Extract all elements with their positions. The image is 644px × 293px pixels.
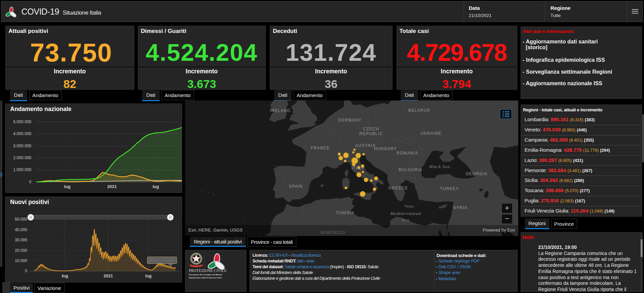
svg-text:UKRAINE: UKRAINE [421, 131, 442, 136]
svg-text:3.000.000: 3.000.000 [13, 144, 32, 148]
svg-text:10.000: 10.000 [15, 258, 27, 263]
svg-text:lug: lug [153, 184, 159, 189]
svg-text:4.000.000: 4.000.000 [13, 131, 32, 136]
svg-text:ITALY: ITALY [351, 166, 364, 170]
svg-text:lug: lug [64, 184, 71, 189]
svg-text:GREECE: GREECE [388, 186, 408, 190]
svg-text:lug: lug [145, 273, 152, 278]
svg-text:0: 0 [25, 269, 27, 273]
svg-text:CZECH: CZECH [363, 127, 379, 131]
svg-text:1.000.000: 1.000.000 [13, 167, 32, 172]
svg-text:TURKEY: TURKEY [440, 186, 459, 191]
svg-text:2021: 2021 [107, 184, 117, 189]
svg-text:BULGARIA: BULGARIA [399, 167, 422, 172]
svg-text:2021: 2021 [103, 273, 113, 278]
svg-text:SYRIA: SYRIA [453, 205, 467, 210]
svg-text:Mediterranean: Mediterranean [390, 211, 421, 216]
svg-text:FRANCE: FRANCE [311, 146, 330, 150]
svg-text:HUNGARY: HUNGARY [374, 146, 397, 151]
svg-text:Black Sea: Black Sea [429, 164, 450, 169]
svg-text:TUNISIA: TUNISIA [336, 210, 355, 215]
svg-text:20.000: 20.000 [15, 248, 27, 253]
svg-text:0: 0 [29, 180, 31, 184]
svg-text:REPUBLIC: REPUBLIC [359, 131, 383, 136]
svg-text:SPAIN: SPAIN [289, 184, 303, 189]
svg-text:5.000.000: 5.000.000 [13, 120, 32, 124]
svg-text:BELARUS: BELARUS [408, 108, 430, 113]
svg-text:30.000: 30.000 [15, 238, 27, 242]
svg-text:GERMANY: GERMANY [338, 118, 361, 123]
svg-text:IRELAND: IRELAND [270, 108, 290, 113]
svg-text:Powered by Esri: Powered by Esri [483, 227, 515, 233]
svg-text:50.000: 50.000 [15, 217, 27, 222]
svg-text:2.000.000: 2.000.000 [13, 155, 32, 160]
svg-text:Esri, HERE, Garmin, USGS: Esri, HERE, Garmin, USGS [188, 227, 243, 233]
svg-text:Sea: Sea [402, 217, 409, 222]
svg-text:30/9/21:3.804: 30/9/21:3.804 [149, 258, 175, 262]
svg-text:ROMANIA: ROMANIA [397, 151, 418, 155]
svg-text:GEORGIA: GEORGIA [466, 171, 487, 176]
svg-text:lug: lug [62, 273, 68, 278]
svg-text:AUSTRIA: AUSTRIA [355, 143, 376, 148]
svg-text:40.000: 40.000 [15, 227, 27, 232]
